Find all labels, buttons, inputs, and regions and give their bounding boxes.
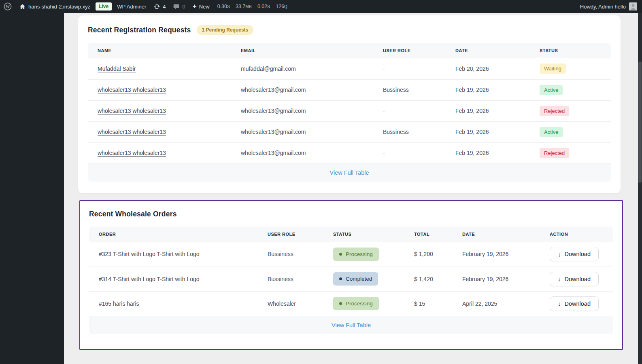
registration-requests-card: Recent Registration Requests 1 Pending R…	[78, 15, 621, 193]
user-role-cell: Bussiness	[373, 121, 446, 142]
comments-link[interactable]: 0	[169, 0, 189, 13]
wp-adminer-link[interactable]: WP Adminer	[113, 0, 150, 13]
column-header-status: STATUS	[323, 226, 404, 242]
wordpress-logo-icon[interactable]: W	[0, 0, 15, 13]
howdy-account-menu[interactable]: Howdy, Admin hello	[576, 0, 642, 13]
column-header-user-role: USER ROLE	[373, 43, 446, 58]
registration-table-footer: View Full Table	[88, 163, 611, 182]
user-name-link[interactable]: wholesaler13 wholesaler13	[98, 150, 166, 156]
download-icon: ↓	[558, 276, 561, 282]
total-cell: $ 1,200	[404, 242, 453, 267]
site-name-link[interactable]: haris-shahid-2.instawp.xyz	[15, 0, 94, 13]
download-button[interactable]: ↓Download	[550, 247, 599, 261]
column-header-date: DATE	[446, 43, 530, 58]
scrollbar[interactable]	[638, 13, 642, 364]
home-icon	[19, 3, 26, 10]
status-badge: Processing	[333, 248, 379, 261]
howdy-label: Howdy, Admin hello	[580, 4, 626, 10]
date-cell: Feb 19, 2026	[446, 100, 530, 121]
download-button[interactable]: ↓Download	[550, 296, 599, 311]
registration-card-title: Recent Registration Requests	[88, 26, 191, 34]
order-cell: #314 T-Shirt with Logo T-Shirt with Logo	[89, 267, 258, 291]
comment-icon	[173, 3, 180, 10]
registration-card-header: Recent Registration Requests 1 Pending R…	[88, 25, 611, 35]
date-cell: Feb 20, 2026	[446, 58, 530, 79]
table-row: #323 T-Shirt with Logo T-Shirt with Logo…	[89, 242, 613, 267]
new-content-link[interactable]: + New	[189, 0, 213, 13]
order-cell: #165 haris haris	[89, 291, 258, 316]
pending-requests-badge: 1 Pending Requests	[197, 25, 254, 35]
table-row: wholesaler13 wholesaler13 wholesaler13@g…	[88, 142, 611, 163]
comment-count: 0	[182, 4, 185, 10]
user-role-cell: -	[373, 58, 446, 79]
order-cell: #323 T-Shirt with Logo T-Shirt with Logo	[89, 242, 258, 267]
table-row: wholesaler13 wholesaler13 wholesaler13@g…	[88, 100, 611, 121]
user-name-link[interactable]: Mufaddal Sabir	[98, 66, 136, 72]
table-row: #314 T-Shirt with Logo T-Shirt with Logo…	[89, 267, 613, 291]
download-icon: ↓	[558, 251, 561, 257]
table-row: #165 haris haris Wholesaler Processing $…	[89, 291, 613, 316]
update-icon	[153, 3, 160, 10]
new-label: New	[199, 4, 210, 10]
query-count-stat: 126Q	[276, 4, 287, 9]
date-cell: Feb 19, 2026	[446, 142, 530, 163]
user-role-cell: -	[373, 100, 446, 121]
status-badge: Rejected	[540, 106, 569, 116]
email-cell: wholesaler13@gmail.com	[231, 121, 373, 142]
date-cell: Feb 19, 2026	[446, 121, 530, 142]
orders-card-title: Recent Wholesale Orders	[89, 210, 177, 218]
email-cell: wholesaler13@gmail.com	[231, 79, 373, 100]
column-header-name: NAME	[88, 43, 231, 58]
performance-stats[interactable]: 0.30s 33.7MB 0.02s 126Q	[213, 4, 292, 9]
status-badge: Completed	[333, 272, 378, 286]
plus-icon: +	[193, 3, 197, 10]
status-badge: Waiting	[540, 63, 566, 74]
query-time-stat: 0.02s	[257, 4, 270, 9]
status-badge: Active	[540, 85, 563, 95]
email-cell: wholesaler13@gmail.com	[231, 142, 373, 163]
email-cell: wholesaler13@gmail.com	[231, 100, 373, 121]
status-badge: Rejected	[540, 148, 569, 158]
column-header-date: DATE	[453, 226, 540, 242]
column-header-email: EMAIL	[231, 43, 373, 58]
table-row: Mufaddal Sabir mufaddal@gmail.com - Feb …	[88, 58, 611, 79]
total-cell: $ 15	[404, 291, 453, 316]
view-full-table-link[interactable]: View Full Table	[330, 169, 369, 176]
user-role-cell: -	[373, 142, 446, 163]
column-header-status: STATUS	[530, 43, 611, 58]
orders-table-header-row: ORDER USER ROLE STATUS TOTAL DATE ACTION	[89, 226, 613, 242]
date-cell: February 19, 2026	[453, 242, 540, 267]
live-badge[interactable]: Live	[96, 2, 112, 11]
table-row: wholesaler13 wholesaler13 wholesaler13@g…	[88, 121, 611, 142]
download-icon: ↓	[558, 301, 561, 307]
wholesale-orders-card: Recent Wholesale Orders ORDER USER ROLE …	[79, 200, 623, 350]
user-name-link[interactable]: wholesaler13 wholesaler13	[98, 108, 166, 114]
view-full-table-link[interactable]: View Full Table	[332, 322, 371, 328]
column-header-total: TOTAL	[404, 226, 453, 242]
updates-link[interactable]: 4	[150, 0, 169, 13]
date-cell: Feb 19, 2026	[446, 79, 530, 100]
user-role-cell: Wholesaler	[258, 291, 323, 316]
main-content: Recent Registration Requests 1 Pending R…	[64, 13, 638, 364]
user-name-link[interactable]: wholesaler13 wholesaler13	[98, 129, 166, 135]
download-button[interactable]: ↓Download	[550, 272, 599, 286]
email-cell: mufaddal@gmail.com	[231, 58, 373, 79]
site-name-label: haris-shahid-2.instawp.xyz	[28, 4, 90, 10]
status-badge: Active	[540, 127, 563, 137]
user-role-cell: Bussiness	[258, 267, 323, 291]
date-cell: February 19, 2026	[453, 267, 540, 291]
svg-text:W: W	[6, 4, 10, 9]
admin-bar-right: Howdy, Admin hello	[576, 0, 642, 13]
user-role-cell: Bussiness	[258, 242, 323, 267]
scrollbar-thumb[interactable]	[638, 61, 642, 183]
page-time-stat: 0.30s	[217, 4, 230, 9]
update-count: 4	[163, 4, 166, 10]
orders-table-footer: View Full Table	[89, 316, 613, 334]
date-cell: April 22, 2025	[453, 291, 540, 316]
admin-sidebar	[0, 13, 64, 364]
registration-table-header-row: NAME EMAIL USER ROLE DATE STATUS	[88, 43, 611, 58]
user-name-link[interactable]: wholesaler13 wholesaler13	[98, 87, 166, 93]
user-role-cell: Bussiness	[373, 79, 446, 100]
column-header-user-role: USER ROLE	[258, 226, 323, 242]
status-badge: Processing	[333, 297, 379, 310]
